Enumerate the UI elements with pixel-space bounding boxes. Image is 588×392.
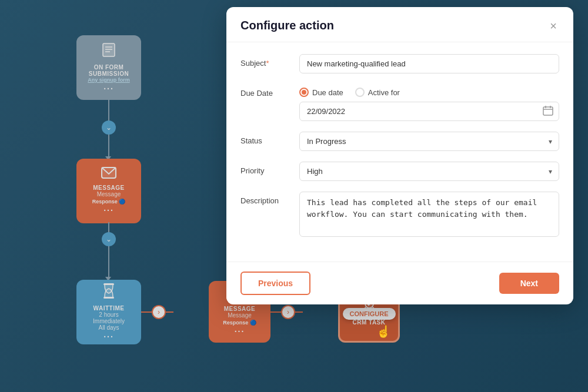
previous-button[interactable]: Previous (240, 272, 310, 295)
status-label: Status (240, 132, 299, 145)
radio-active-for-label: Active for (368, 88, 400, 97)
radio-due-date[interactable]: Due date (299, 88, 343, 97)
priority-select[interactable]: High Medium Low (299, 162, 559, 181)
subject-label: Subject* (240, 54, 299, 68)
subject-control (299, 54, 559, 73)
description-control (299, 192, 559, 239)
radio-due-date-input[interactable] (299, 88, 309, 97)
due-date-label: Due Date (240, 84, 299, 98)
priority-select-wrapper: High Medium Low ▾ (299, 162, 559, 181)
date-input-wrapper (299, 102, 559, 121)
description-row: Description (240, 192, 559, 239)
modal-title: Configure action (240, 19, 334, 32)
radio-due-date-label: Due date (312, 88, 343, 97)
description-input[interactable] (299, 192, 559, 237)
modal-close-button[interactable]: × (547, 20, 559, 32)
modal-body: Subject* Due Date Due date Active for (226, 42, 573, 262)
svg-rect-9 (543, 107, 553, 115)
priority-row: Priority High Medium Low ▾ (240, 162, 559, 181)
calendar-icon (543, 105, 553, 118)
status-control: In Progress Completed Pending Cancelled … (299, 132, 559, 151)
next-button[interactable]: Next (499, 273, 559, 294)
priority-control: High Medium Low ▾ (299, 162, 559, 181)
description-label: Description (240, 192, 299, 205)
status-row: Status In Progress Completed Pending Can… (240, 132, 559, 151)
radio-active-for[interactable]: Active for (355, 88, 400, 97)
modal-footer: Previous Next (226, 262, 573, 304)
radio-active-for-input[interactable] (355, 88, 365, 97)
configure-action-modal: Configure action × Subject* Due Date Due… (226, 7, 573, 304)
priority-label: Priority (240, 162, 299, 175)
status-select[interactable]: In Progress Completed Pending Cancelled (299, 132, 559, 151)
modal-header: Configure action × (226, 7, 573, 42)
radio-group: Due date Active for (299, 84, 559, 97)
subject-input[interactable] (299, 54, 559, 73)
due-date-row: Due Date Due date Active for (240, 84, 559, 121)
due-date-control: Due date Active for (299, 84, 559, 121)
subject-row: Subject* (240, 54, 559, 73)
status-select-wrapper: In Progress Completed Pending Cancelled … (299, 132, 559, 151)
date-input[interactable] (299, 102, 559, 121)
